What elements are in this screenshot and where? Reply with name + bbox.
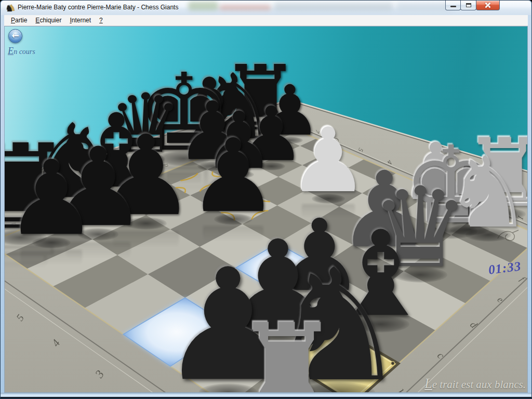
- back-button[interactable]: ←: [8, 29, 22, 43]
- titlebar[interactable]: ♞♞ Pierre-Marie Baty contre Pierre-Marie…: [1, 1, 531, 15]
- titlebar-glass-artifact: [274, 3, 393, 11]
- close-icon: [485, 2, 491, 9]
- game-status-link[interactable]: En cours: [8, 46, 35, 57]
- menu-item-internet[interactable]: Internet: [65, 16, 95, 25]
- piece-black-P-a7[interactable]: ♟: [4, 147, 154, 250]
- window-controls: [446, 1, 500, 10]
- back-arrow-icon: ←: [9, 30, 22, 41]
- titlebar-glass-artifact: [219, 5, 271, 10]
- app-icon-chess-knights: ♞♞: [5, 3, 16, 13]
- menu-item-partie[interactable]: Partie: [7, 16, 31, 25]
- menu-item-echiquier[interactable]: Echiquier: [31, 16, 65, 25]
- window-title: Pierre-Marie Baty contre Pierre-Marie Ba…: [18, 4, 178, 11]
- minimize-icon: [450, 6, 456, 7]
- menu-item-?[interactable]: ?: [95, 16, 107, 25]
- titlebar-glass-artifact: [188, 2, 218, 10]
- maximize-icon: [466, 3, 471, 7]
- window-bottom-frame: [1, 393, 531, 398]
- maximize-button[interactable]: [460, 1, 476, 10]
- titlebar-glass-artifact: [396, 3, 453, 11]
- app-window: ♞♞ Pierre-Marie Baty contre Pierre-Marie…: [0, 0, 532, 399]
- minimize-button[interactable]: [445, 1, 461, 10]
- close-button[interactable]: [476, 1, 500, 10]
- chess-3d-scene: 8877665544332211hhggffeeddccbbaa ♜♜♟♞♞♝♝…: [4, 26, 528, 393]
- game-viewport: 8877665544332211hhggffeeddccbbaa ♜♜♟♞♞♝♝…: [4, 26, 528, 393]
- menubar: PartieEchiquierInternet?: [4, 15, 528, 26]
- piece-white-R-a1[interactable]: ♜: [167, 308, 407, 393]
